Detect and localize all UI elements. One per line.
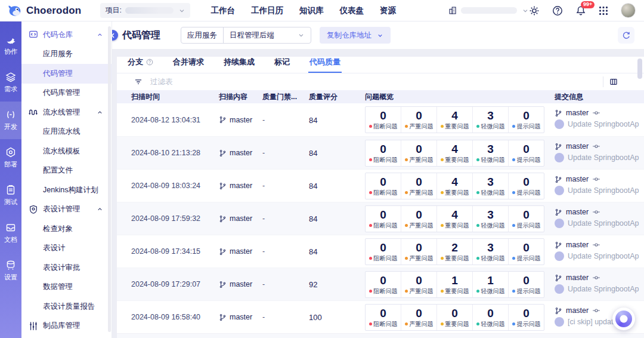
issue-label: 严重问题 [405, 156, 434, 164]
tab-2[interactable]: 持续集成 [222, 57, 256, 73]
table-row-0[interactable]: 2024-08-12 13:04:31master-840阻断问题0严重问题4重… [117, 103, 644, 136]
tab-3[interactable]: 标记 [273, 57, 291, 73]
rail-item-2[interactable]: 开发 [0, 102, 21, 139]
rail-item-6[interactable]: 设置 [0, 252, 21, 290]
tab-1[interactable]: 合并请求 [172, 57, 205, 73]
quality-gate: - [262, 214, 265, 223]
code-quality-panel: 分支合并请求持续集成标记代码质量 过滤表 扫描时间扫描内容质量门禁...质量评分… [117, 57, 644, 338]
issue-dot-icon [441, 191, 444, 194]
sidebar-item-4[interactable]: 流水线管理 [21, 103, 112, 122]
sidebar-item-11[interactable]: 表设计 [21, 239, 112, 259]
top-nav-item-4[interactable]: 资源 [380, 5, 396, 16]
project-select[interactable]: 项目: [100, 3, 190, 18]
page-header: 代码管理 应用服务 日程管理后端 复制仓库地址 [112, 21, 644, 49]
sidebar-item-15[interactable]: 制品库管理 [21, 317, 112, 336]
clipboard-icon [5, 185, 16, 195]
issue-count: 0 [380, 242, 386, 254]
app-service-select[interactable]: 应用服务 日程管理后端 [181, 27, 311, 44]
issue-count: 3 [487, 176, 494, 188]
issue-stat-3: 3轻微问题 [473, 173, 509, 199]
rail-item-5[interactable]: 文档 [0, 214, 21, 252]
choerodon-logo: Choerodon [7, 3, 81, 18]
sidebar-item-3[interactable]: 代码库管理 [21, 84, 112, 103]
issue-dot-icon [369, 191, 372, 194]
sidebar-item-5[interactable]: 应用流水线 [21, 122, 112, 142]
issue-stat-3: 1轻微问题 [473, 272, 509, 297]
refresh-button[interactable] [618, 27, 634, 44]
assistant-swirl-icon [615, 311, 632, 327]
table-row-1[interactable]: 2024-08-10 21:13:28master-840阻断问题0严重问题4重… [117, 136, 644, 169]
rail-item-1[interactable]: 需求 [0, 64, 21, 102]
notifications-bell-icon[interactable]: 99+ [575, 5, 586, 16]
table-row-3[interactable]: 2024-08-09 17:59:32master-840阻断问题0严重问题4重… [117, 202, 644, 235]
issue-label: 重要问题 [441, 122, 469, 131]
issue-count: 4 [451, 209, 458, 221]
topbar-icons: 99+ [529, 3, 636, 18]
issue-dot-icon [405, 158, 408, 161]
table-header: 扫描时间扫描内容质量门禁...质量评分问题概览提交信息 [117, 90, 644, 103]
issue-count: 3 [487, 110, 494, 122]
git-branch-icon [555, 241, 562, 249]
table-row-partial [117, 333, 644, 338]
top-nav-item-0[interactable]: 工作台 [210, 5, 235, 16]
apps-grid-icon[interactable] [599, 6, 608, 16]
top-nav-item-1[interactable]: 工作日历 [251, 5, 283, 16]
sidebar-item-13[interactable]: 数据管理 [21, 278, 112, 297]
org-select[interactable] [448, 6, 529, 15]
issue-label: 轻微问题 [476, 189, 505, 197]
sidebar-item-10[interactable]: 检查对象 [21, 219, 112, 239]
help-icon[interactable] [552, 5, 563, 16]
column-settings-icon[interactable] [609, 78, 618, 86]
sidebar-item-12[interactable]: 表设计审批 [21, 258, 112, 278]
settings-gear-icon[interactable] [529, 5, 540, 16]
sidebar-item-9[interactable]: 表设计管理 [21, 200, 112, 220]
commit-avatar [555, 153, 564, 162]
quality-gate: - [262, 149, 265, 157]
table-row-6[interactable]: 2024-08-09 16:58:40master-1000阻断问题0严重问题0… [117, 300, 644, 333]
issue-count: 4 [451, 176, 458, 188]
tab-4[interactable]: 代码质量 [308, 57, 342, 73]
table-row-2[interactable]: 2024-08-09 18:03:24master-840阻断问题0严重问题4重… [117, 169, 644, 202]
filter-input[interactable]: 过滤表 [150, 77, 644, 87]
rail-item-3[interactable]: 部署 [0, 139, 21, 177]
rail-item-4[interactable]: 测试 [0, 177, 21, 214]
issues-overview-card: 0阻断问题0严重问题4重要问题3轻微问题0提示问题 [365, 140, 544, 167]
issue-dot-icon [369, 290, 372, 293]
issue-dot-icon [405, 224, 408, 227]
assistant-floating-button[interactable] [612, 308, 635, 330]
issue-count: 0 [416, 275, 422, 287]
top-nav-item-2[interactable]: 知识库 [299, 5, 324, 16]
quality-gate: - [262, 313, 265, 321]
issue-count: 0 [451, 308, 458, 319]
scan-time: 2024-08-09 17:59:32 [131, 214, 200, 223]
issue-stat-0: 0阻断问题 [366, 107, 401, 133]
table-scrollbar[interactable] [637, 59, 642, 79]
sidebar-item-0[interactable]: 代码仓库 [21, 25, 112, 45]
sidebar-scrollbar[interactable] [108, 26, 111, 332]
notification-badge: 99+ [581, 1, 595, 8]
issue-dot-icon [405, 125, 408, 128]
issue-count: 4 [451, 110, 458, 122]
top-nav-item-3[interactable]: 仪表盘 [339, 5, 364, 16]
sidebar-item-8[interactable]: Jenkins构建计划 [21, 180, 112, 200]
tabs-bar: 分支合并请求持续集成标记代码质量 [117, 57, 644, 73]
sidebar-item-label: 流水线管理 [43, 107, 80, 118]
sidebar-item-7[interactable]: 配置文件 [21, 161, 112, 181]
copy-repo-url-button[interactable]: 复制仓库地址 [320, 27, 391, 44]
rail-item-0[interactable]: 协作 [0, 26, 21, 64]
issue-label: 严重问题 [405, 320, 434, 328]
table-row-4[interactable]: 2024-08-09 17:34:15master-840阻断问题0严重问题2重… [117, 235, 644, 268]
issue-label: 严重问题 [405, 122, 434, 131]
user-avatar[interactable] [621, 3, 636, 18]
sidebar-item-1[interactable]: 应用服务 [21, 45, 112, 64]
sidebar-item-6[interactable]: 流水线模板 [21, 142, 112, 161]
tab-0[interactable]: 分支 [126, 57, 154, 73]
table-row-5[interactable]: 2024-08-09 17:29:07master-920阻断问题0严重问题1重… [117, 268, 644, 300]
sidebar-item-2[interactable]: 代码管理 [21, 64, 112, 84]
commit-avatar [555, 219, 564, 228]
sidebar-item-label: 数据管理 [43, 282, 73, 292]
sidebar-item-label: 代码仓库 [43, 30, 73, 40]
sidebar-item-14[interactable]: 表设计质量报告 [21, 297, 112, 317]
code-icon [5, 109, 16, 120]
issue-label: 阻断问题 [369, 320, 398, 328]
